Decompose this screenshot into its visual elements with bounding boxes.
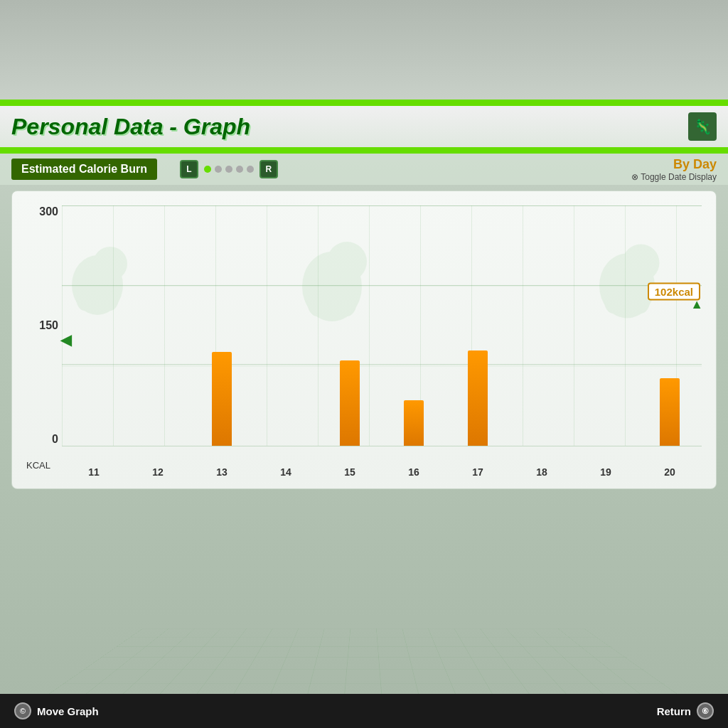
top-spacer: [0, 0, 728, 100]
y-axis-labels: 300 150 0: [19, 205, 58, 446]
x-label-12: 12: [126, 466, 190, 478]
bar-group-20: [638, 205, 702, 446]
x-label-17: 17: [446, 466, 510, 478]
dot-1: [204, 166, 211, 173]
bars-area: [62, 205, 702, 446]
return-button[interactable]: Return ⑥: [657, 702, 714, 719]
grid-line-bottom: [62, 446, 702, 446]
kcal-unit-label: KCAL: [26, 460, 50, 471]
by-day-label: By Day: [631, 157, 717, 172]
calorie-label: Estimated Calorie Burn: [11, 159, 157, 180]
bar-group-18: [510, 205, 574, 446]
x-axis-labels: 112018/08121314151617181920: [62, 466, 702, 478]
bar-group-17: [446, 205, 510, 446]
bar-15[interactable]: [340, 360, 360, 446]
x-label-18: 18: [510, 466, 574, 478]
y-label-150: 150: [39, 319, 58, 332]
x-label-11: 112018/08: [62, 466, 126, 478]
bottom-bar: © Move Graph Return ⑥: [0, 694, 728, 728]
bar-group-14: [254, 205, 318, 446]
bar-group-13: [190, 205, 254, 446]
bar-group-11: [62, 205, 126, 446]
bar-13[interactable]: [212, 352, 232, 446]
page-dots: [204, 166, 254, 173]
bar-16[interactable]: [404, 400, 424, 446]
character-icon: 🦎: [688, 112, 717, 141]
dot-2: [215, 166, 222, 173]
move-graph-icon: ©: [14, 702, 31, 719]
x-label-15: 15: [318, 466, 382, 478]
page-title: Personal Data - Graph: [11, 114, 250, 140]
subtitle-bar: Estimated Calorie Burn L R By Day ⊗ Togg…: [0, 154, 728, 185]
by-day-area: By Day ⊗ Toggle Date Display: [631, 157, 717, 182]
x-label-14: 14: [254, 466, 318, 478]
dot-4: [236, 166, 243, 173]
nav-left-button[interactable]: L: [180, 160, 198, 178]
nav-buttons: L R: [180, 160, 278, 178]
y-label-0: 0: [52, 433, 58, 446]
toggle-date-label[interactable]: ⊗ Toggle Date Display: [631, 172, 717, 182]
spacer: [0, 495, 728, 509]
title-bar: Personal Data - Graph 🦎: [0, 104, 728, 149]
return-icon: ⑥: [697, 702, 714, 719]
x-label-16: 16: [382, 466, 446, 478]
x-label-13: 13: [190, 466, 254, 478]
bar-group-16: [382, 205, 446, 446]
y-label-300: 300: [39, 205, 58, 218]
x-label-19: 19: [574, 466, 638, 478]
nav-right-button[interactable]: R: [259, 160, 278, 178]
return-label: Return: [657, 705, 691, 717]
screen: Personal Data - Graph 🦎 Estimated Calori…: [0, 0, 728, 728]
chart-container: 300 150 0 KCAL ◀ ▲ 102kcal 112018/081213…: [11, 191, 717, 489]
bar-group-12: [126, 205, 190, 446]
move-graph-button[interactable]: © Move Graph: [14, 702, 99, 719]
dot-3: [225, 166, 232, 173]
bar-group-15: [318, 205, 382, 446]
dot-5: [247, 166, 254, 173]
kcal-tooltip: 102kcal: [648, 282, 700, 300]
bar-17[interactable]: [468, 350, 488, 446]
move-graph-label: Move Graph: [37, 705, 99, 717]
x-label-20: 20: [638, 466, 702, 478]
bar-group-19: [574, 205, 638, 446]
bar-20[interactable]: [660, 378, 680, 446]
